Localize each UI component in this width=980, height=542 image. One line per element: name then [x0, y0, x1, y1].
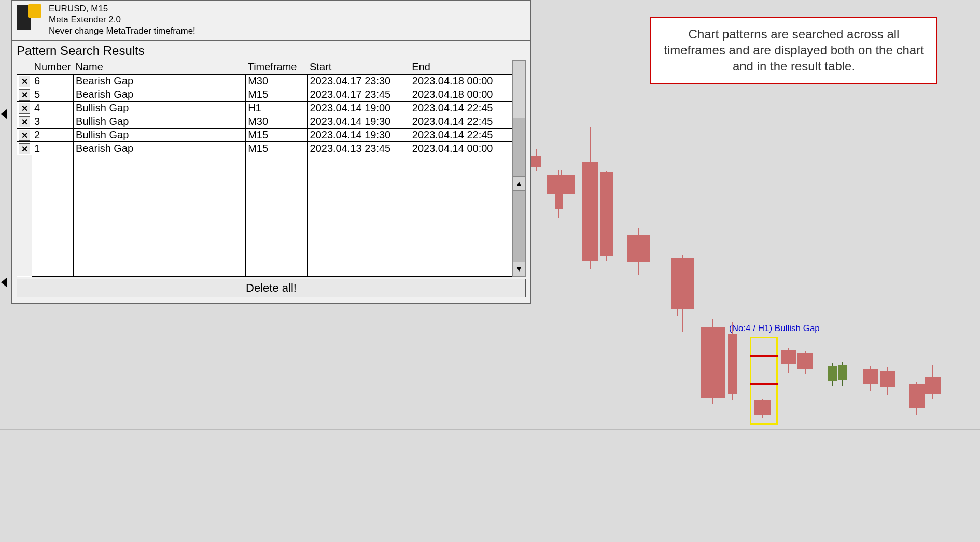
header-product: Meta Extender 2.0: [49, 14, 195, 25]
table-header-row: Number Name Timeframe Start End: [17, 60, 512, 75]
table-row-empty: [17, 249, 512, 263]
section-title: Pattern Search Results: [12, 41, 530, 59]
table-row[interactable]: ✕4Bullish GapH12023.04.14 19:002023.04.1…: [17, 101, 512, 115]
table-row-empty: [17, 195, 512, 209]
table-row-empty: [17, 182, 512, 195]
delete-all-button[interactable]: Delete all!: [17, 279, 526, 297]
cell-name: Bearish Gap: [73, 88, 245, 101]
table-row-empty: [17, 209, 512, 222]
col-name-header: Name: [73, 60, 245, 75]
panel-body: Pattern Search Results Number Name: [12, 40, 530, 303]
candle: [673, 290, 682, 316]
table-row[interactable]: ✕5Bearish GapM152023.04.17 23:452023.04.…: [17, 88, 512, 101]
chart-baseline: [0, 429, 980, 430]
table-row-empty: [17, 168, 512, 182]
candle: [880, 367, 895, 395]
cell-start: 2023.04.13 23:45: [307, 141, 410, 155]
col-end-header: End: [410, 60, 512, 75]
candle: [909, 382, 925, 415]
scrollbar-thumb[interactable]: [513, 61, 525, 118]
candle: [582, 127, 598, 269]
results-table-wrap: Number Name Timeframe Start End ✕6Bearis…: [17, 60, 526, 277]
scroll-up-button[interactable]: ▲: [513, 176, 525, 191]
cell-name: Bullish Gap: [73, 115, 245, 128]
candle: [701, 319, 725, 404]
cell-timeframe: M30: [246, 74, 307, 88]
cell-start: 2023.04.17 23:45: [307, 88, 410, 101]
delete-row-button[interactable]: ✕: [19, 143, 30, 154]
panel-header: EURUSD, M15 Meta Extender 2.0 Never chan…: [12, 1, 530, 40]
candle: [925, 365, 941, 399]
cell-timeframe: H1: [246, 101, 307, 115]
cell-end: 2023.04.14 22:45: [410, 128, 512, 141]
cell-name: Bearish Gap: [73, 74, 245, 88]
cell-number: 2: [32, 128, 74, 141]
candle: [600, 171, 613, 261]
candle: [728, 322, 737, 400]
cell-start: 2023.04.17 23:30: [307, 74, 410, 88]
cell-end: 2023.04.14 22:45: [410, 101, 512, 115]
gap-line: [750, 383, 778, 385]
table-row[interactable]: ✕3Bullish GapM302023.04.14 19:302023.04.…: [17, 115, 512, 128]
delete-row-button[interactable]: ✕: [19, 76, 30, 87]
cell-number: 5: [32, 88, 74, 101]
info-callout: Chart patterns are searched across all t…: [650, 17, 937, 84]
delete-row-button[interactable]: ✕: [19, 103, 30, 114]
candle: [555, 170, 563, 218]
delete-row-button[interactable]: ✕: [19, 130, 30, 141]
panel-collapse-arrow-bottom[interactable]: [1, 277, 7, 288]
table-row[interactable]: ✕1Bearish GapM152023.04.13 23:452023.04.…: [17, 141, 512, 155]
cell-end: 2023.04.18 00:00: [410, 74, 512, 88]
header-text: EURUSD, M15 Meta Extender 2.0 Never chan…: [49, 3, 195, 36]
cell-timeframe: M15: [246, 141, 307, 155]
col-timeframe-header: Timeframe: [246, 60, 307, 75]
col-start-header: Start: [307, 60, 410, 75]
col-number-header: Number: [32, 60, 74, 75]
candle: [797, 351, 813, 374]
cell-name: Bullish Gap: [73, 101, 245, 115]
cell-number: 3: [32, 115, 74, 128]
chart-pattern-label: (No:4 / H1) Bullish Gap: [729, 323, 820, 334]
results-table: Number Name Timeframe Start End ✕6Bearis…: [17, 60, 512, 277]
cell-number: 1: [32, 141, 74, 155]
table-row[interactable]: ✕6Bearish GapM302023.04.17 23:302023.04.…: [17, 74, 512, 88]
delete-row-button[interactable]: ✕: [19, 116, 30, 127]
table-row[interactable]: ✕2Bullish GapM152023.04.14 19:302023.04.…: [17, 128, 512, 141]
cell-end: 2023.04.14 00:00: [410, 141, 512, 155]
table-row-empty: [17, 155, 512, 168]
cell-start: 2023.04.14 19:30: [307, 115, 410, 128]
cell-timeframe: M15: [246, 88, 307, 101]
delete-row-button[interactable]: ✕: [19, 89, 30, 101]
candle: [627, 228, 650, 275]
cell-name: Bullish Gap: [73, 128, 245, 141]
candle: [828, 363, 837, 386]
table-scrollbar[interactable]: ▲ ▼: [512, 60, 526, 277]
cell-end: 2023.04.14 22:45: [410, 115, 512, 128]
candle: [838, 362, 847, 386]
table-row-empty: [17, 222, 512, 236]
candle: [531, 149, 541, 171]
candle: [863, 366, 878, 391]
header-symbol: EURUSD, M15: [49, 3, 195, 14]
gap-line: [750, 355, 778, 357]
candle: [781, 348, 796, 373]
arrow-down-icon: ▼: [515, 265, 523, 273]
header-notice: Never change MetaTrader timeframe!: [49, 25, 195, 36]
cell-name: Bearish Gap: [73, 141, 245, 155]
pattern-search-panel: EURUSD, M15 Meta Extender 2.0 Never chan…: [11, 0, 531, 304]
meta-extender-logo-icon: [17, 3, 43, 32]
cell-number: 6: [32, 74, 74, 88]
cell-number: 4: [32, 101, 74, 115]
table-row-empty: [17, 263, 512, 276]
cell-start: 2023.04.14 19:00: [307, 101, 410, 115]
cell-timeframe: M30: [246, 115, 307, 128]
table-row-empty: [17, 236, 512, 249]
pattern-highlight-box: [750, 337, 778, 425]
arrow-up-icon: ▲: [515, 179, 523, 188]
panel-collapse-arrow-top[interactable]: [1, 109, 7, 119]
cell-end: 2023.04.18 00:00: [410, 88, 512, 101]
cell-timeframe: M15: [246, 128, 307, 141]
scroll-down-button[interactable]: ▼: [513, 262, 525, 276]
cell-start: 2023.04.14 19:30: [307, 128, 410, 141]
